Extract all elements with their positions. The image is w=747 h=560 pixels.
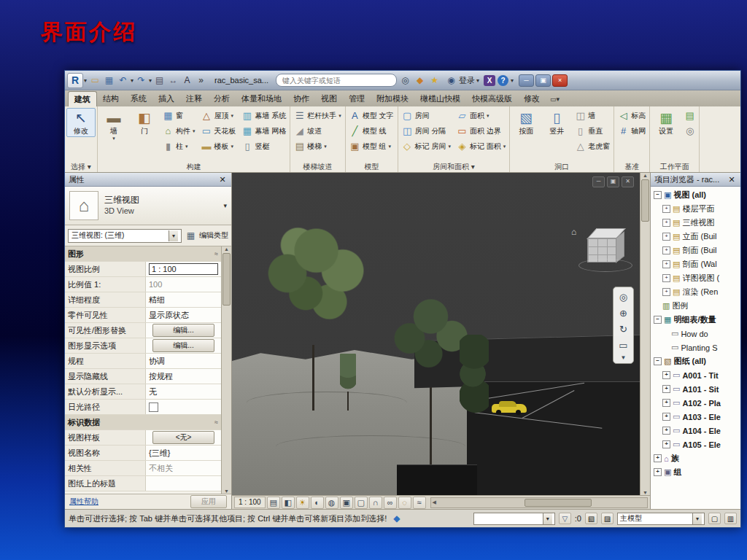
property-edit-button[interactable]: 编辑...	[152, 339, 215, 352]
minimize-button[interactable]: ─	[519, 74, 534, 87]
chevron-down-icon[interactable]: ▼	[616, 354, 631, 361]
close-icon[interactable]: ✕	[727, 175, 737, 184]
panel-label-基准[interactable]: 基准	[614, 162, 649, 172]
property-checkbox[interactable]	[149, 402, 158, 412]
tree-item-楼层平面[interactable]: +▤楼层平面	[651, 202, 740, 216]
property-edit-button[interactable]: <无>	[152, 431, 215, 444]
scroll-left-icon[interactable]: ◀	[431, 499, 438, 505]
property-value[interactable]: 100	[146, 277, 221, 292]
collapse-icon[interactable]: ≈	[214, 250, 218, 257]
expand-icon[interactable]: +	[662, 219, 670, 227]
tree-item-图纸 (all)[interactable]: −▧图纸 (all)	[651, 354, 740, 368]
panel-label-房间和面积[interactable]: 房间和面积 ▾	[398, 162, 510, 172]
ribbon-button-按面[interactable]: ▧按面	[511, 108, 541, 137]
panel-label-模型[interactable]: 模型	[346, 162, 398, 172]
viewbar-show-crop-icon[interactable]: ▢	[355, 497, 368, 509]
worksets-dropdown[interactable]: ▾	[473, 513, 555, 525]
expand-icon[interactable]: +	[662, 274, 670, 282]
filter-icon[interactable]: ▽	[559, 513, 571, 524]
scrollbar-thumb[interactable]	[222, 253, 231, 306]
viewbar-shadows-icon[interactable]: ◐	[311, 497, 324, 509]
close-button[interactable]: ×	[552, 74, 568, 87]
ribbon-button-show-workplane-icon[interactable]: ▤	[682, 108, 697, 123]
chevron-down-icon[interactable]: ▾	[131, 77, 133, 84]
property-section-图形[interactable]: 图形≈	[65, 246, 221, 262]
restore-button[interactable]: ▣	[535, 74, 551, 87]
tree-item-视图 (all)[interactable]: −▣视图 (all)	[651, 188, 740, 202]
ribbon-button-天花板[interactable]: ▭天花板	[199, 123, 239, 139]
ribbon-tab-分析[interactable]: 分析	[208, 91, 236, 106]
exchange-apps-button[interactable]: X	[484, 75, 495, 86]
property-value[interactable]: 按规程	[146, 369, 221, 384]
titlebar-search-icon[interactable]: ◎	[399, 74, 411, 87]
viewbar-crop-view-icon[interactable]: ▣	[340, 497, 353, 509]
viewport-horizontal-scrollbar[interactable]: ◀	[430, 497, 648, 508]
ribbon-tab-修改[interactable]: 修改	[518, 91, 546, 106]
viewbar-lock-3d-icon[interactable]: ∩	[369, 497, 382, 509]
ribbon-button-模型 文字[interactable]: A模型 文字	[347, 108, 396, 123]
ribbon-button-模型 组[interactable]: ▣模型 组▾	[347, 139, 396, 154]
ribbon-button-楼梯[interactable]: ▤楼梯▾	[292, 139, 344, 154]
search-input[interactable]	[281, 76, 392, 85]
ribbon-tab-系统[interactable]: 系统	[125, 91, 152, 106]
ribbon-button-面积[interactable]: ▱面积▾	[454, 108, 508, 123]
ribbon-tab-协作[interactable]: 协作	[287, 91, 315, 106]
property-value[interactable]: 1 : 100	[146, 262, 221, 276]
viewbar-render-icon[interactable]: ◍	[325, 497, 338, 509]
tree-item-族[interactable]: +⌂族	[651, 451, 740, 465]
ribbon-button-老虎窗[interactable]: △老虎窗	[573, 139, 612, 154]
tree-item-Planting S[interactable]: ▭Planting S	[651, 341, 740, 354]
expand-icon[interactable]: +	[654, 454, 662, 462]
panel-label-洞口[interactable]: 洞口	[510, 162, 614, 172]
qat-print-icon[interactable]: ▤	[153, 74, 166, 87]
exclude-options-icon[interactable]: ▨	[601, 513, 614, 524]
help-button[interactable]: ?	[498, 75, 508, 86]
tree-item-图例[interactable]: ▥图例	[651, 299, 740, 313]
viewbar-analysis-icon[interactable]: ≈	[413, 497, 426, 509]
property-value[interactable]	[146, 476, 221, 491]
grid-toggle-icon[interactable]: ▥	[724, 513, 737, 524]
expand-icon[interactable]: +	[662, 233, 670, 241]
expand-icon[interactable]: +	[662, 205, 670, 213]
edit-type-button[interactable]: ▦ 编辑类型	[185, 230, 228, 242]
view-restore-button[interactable]: ▣	[607, 176, 619, 187]
expand-icon[interactable]: +	[662, 288, 670, 296]
ribbon-button-墙[interactable]: ▬墙▾	[99, 108, 128, 143]
viewbar-detail-level-icon[interactable]: ▤	[267, 497, 280, 509]
zoom-icon[interactable]: ⊕	[616, 306, 631, 320]
ribbon-button-房间 分隔[interactable]: ◫房间 分隔	[400, 123, 453, 139]
design-option-dropdown[interactable]: 主模型 ▾	[617, 513, 705, 525]
qat-text-icon[interactable]: A	[181, 74, 193, 87]
ribbon-button-屋顶[interactable]: △屋顶▾	[199, 108, 239, 123]
view-instance-dropdown[interactable]: 三维视图: (三维) ▾	[68, 229, 182, 243]
scrollbar-thumb[interactable]	[641, 179, 649, 222]
qat-save-icon[interactable]: ▦	[103, 74, 115, 87]
panel-label-选择[interactable]: 选择 ▾	[65, 162, 97, 172]
pan-icon[interactable]: ▭	[616, 338, 631, 352]
property-section-标识数据[interactable]: 标识数据≈	[65, 415, 221, 430]
property-value[interactable]: 精细	[146, 292, 221, 307]
view-scale-button[interactable]: 1 : 100	[234, 497, 266, 508]
properties-scrollbar[interactable]: ▲ ▼	[221, 246, 231, 494]
ribbon-button-竖梃[interactable]: ▯竖梃	[240, 139, 289, 154]
ribbon-button-柱[interactable]: ▮柱▾	[160, 139, 198, 154]
scroll-down-icon[interactable]: ▼	[643, 490, 648, 495]
expand-icon[interactable]: +	[662, 440, 670, 448]
ribbon-button-幕墙 网格[interactable]: ▦幕墙 网格	[240, 123, 289, 139]
ribbon-button-竖井[interactable]: ▯竖井	[542, 108, 571, 137]
panel-label-工作平面[interactable]: 工作平面	[650, 162, 699, 172]
titlebar-subscription-icon[interactable]: ◆	[414, 74, 426, 87]
ribbon-tab-插入[interactable]: 插入	[152, 91, 180, 106]
type-selector[interactable]: ⌂ 三维视图 3D View ▾	[65, 187, 231, 225]
ribbon-tab-体量和场地[interactable]: 体量和场地	[236, 91, 287, 106]
viewport-vertical-scrollbar[interactable]: ▲ ▼	[640, 173, 650, 495]
chevron-down-icon[interactable]: ▾	[149, 77, 152, 84]
properties-help-link[interactable]: 属性帮助	[69, 497, 98, 507]
3d-view-canvas[interactable]: ⌂ ◎ ⊕ ↻ ▭ ▼ ─ ▣	[232, 173, 650, 495]
ribbon-button-幕墙 系统[interactable]: ▥幕墙 系统	[240, 108, 289, 123]
ribbon-button-垂直[interactable]: ▯垂直	[573, 123, 612, 139]
collapse-icon[interactable]: −	[654, 191, 662, 199]
panel-label-构建[interactable]: 构建	[98, 162, 290, 172]
collapse-icon[interactable]: −	[654, 316, 662, 324]
ribbon-button-面积 边界[interactable]: ▭面积 边界	[454, 123, 508, 139]
